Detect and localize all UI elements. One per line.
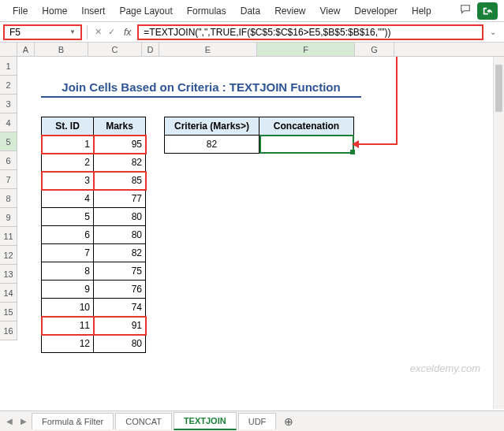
add-sheet-icon[interactable]: ⊕ [278, 415, 300, 428]
concat-result[interactable]: 1,3,11 [259, 136, 354, 154]
ribbon-file[interactable]: File [6, 3, 34, 19]
page-title: Join Cells Based on Criteria : TEXTJOIN … [39, 77, 363, 97]
ribbon-review[interactable]: Review [268, 3, 312, 19]
scrollbar-thumb[interactable] [495, 65, 502, 112]
cell-marks-11[interactable]: 80 [94, 335, 146, 353]
column-headers: ABCDEFG [0, 43, 504, 57]
header-concat: Concatenation [259, 117, 354, 136]
vertical-scrollbar[interactable] [493, 57, 504, 409]
ribbon-insert[interactable]: Insert [75, 3, 111, 19]
chevron-down-icon: ▼ [69, 28, 76, 35]
fx-icon[interactable]: fx [119, 27, 136, 38]
cell-stid-7[interactable]: 8 [42, 262, 94, 281]
cell-marks-3[interactable]: 77 [94, 190, 146, 208]
cell-marks-10[interactable]: 91 [94, 317, 146, 335]
cell-marks-6[interactable]: 82 [94, 244, 146, 262]
cell-stid-8[interactable]: 9 [42, 281, 94, 299]
row-header-14[interactable]: 14 [0, 284, 17, 303]
row-header-3[interactable]: 3 [0, 95, 17, 113]
cell-stid-11[interactable]: 12 [42, 335, 94, 353]
formula-bar: F5 ▼ ✕ ✓ fx =TEXTJOIN(",",TRUE,IF($C$5:$… [0, 22, 504, 43]
cell-marks-2[interactable]: 85 [94, 172, 146, 190]
header-stid: St. ID [42, 117, 94, 136]
cell-stid-6[interactable]: 7 [42, 244, 94, 262]
grid: ABCDEFG 123456789111213141516 Join Cells… [0, 43, 504, 409]
row-header-7[interactable]: 7 [0, 170, 17, 189]
ribbon-data[interactable]: Data [234, 3, 267, 19]
row-header-5[interactable]: 5 [0, 132, 17, 151]
watermark: exceldemy.com [410, 362, 480, 374]
row-header-6[interactable]: 6 [0, 151, 17, 170]
col-header-B[interactable]: B [35, 43, 88, 56]
col-header-D[interactable]: D [142, 43, 159, 56]
row-header-1[interactable]: 1 [0, 57, 17, 76]
ribbon-menu: File Home Insert Page Layout Formulas Da… [0, 0, 504, 22]
row-headers: 123456789111213141516 [0, 57, 17, 340]
name-box[interactable]: F5 ▼ [3, 24, 82, 40]
cell-stid-3[interactable]: 4 [42, 190, 94, 208]
formula-text: =TEXTJOIN(",",TRUE,IF($C$5:$C$16>E5,$B$5… [144, 27, 390, 38]
row-header-9[interactable]: 9 [0, 208, 17, 227]
cell-stid-4[interactable]: 5 [42, 208, 94, 226]
tab-formula-filter[interactable]: Formula & Filter [32, 413, 114, 429]
title-underline [41, 96, 361, 98]
cell-marks-0[interactable]: 95 [94, 136, 146, 154]
ribbon-home[interactable]: Home [35, 3, 73, 19]
comments-icon[interactable] [455, 2, 476, 19]
cancel-icon[interactable]: ✕ [92, 27, 104, 37]
row-header-2[interactable]: 2 [0, 76, 17, 95]
tab-textjoin[interactable]: TEXTJOIN [174, 412, 237, 430]
cell-stid-5[interactable]: 6 [42, 226, 94, 244]
cell-marks-7[interactable]: 75 [94, 262, 146, 281]
cell-stid-0[interactable]: 1 [42, 136, 94, 154]
arrow-connector [396, 57, 398, 144]
tab-concat[interactable]: CONCAT [115, 413, 172, 429]
criteria-value[interactable]: 82 [165, 136, 259, 154]
row-header-8[interactable]: 8 [0, 189, 17, 208]
tab-nav-prev-icon[interactable]: ◀ [3, 417, 16, 425]
cell-stid-9[interactable]: 10 [42, 299, 94, 317]
row-header-15[interactable]: 15 [0, 303, 17, 321]
formula-input[interactable]: =TEXTJOIN(",",TRUE,IF($C$5:$C$16>E5,$B$5… [137, 24, 483, 40]
cell-stid-1[interactable]: 2 [42, 154, 94, 172]
header-criteria: Criteria (Marks>) [165, 117, 259, 136]
ribbon-developer[interactable]: Developer [348, 3, 404, 19]
ribbon-formulas[interactable]: Formulas [181, 3, 233, 19]
expand-chevron-icon[interactable]: ⌄ [485, 28, 501, 36]
cell-marks-5[interactable]: 80 [94, 226, 146, 244]
cell-marks-8[interactable]: 76 [94, 281, 146, 299]
data-table: St. ID Marks 195282385477580680782875976… [41, 117, 146, 353]
row-header-11[interactable]: 11 [0, 227, 17, 246]
row-header-13[interactable]: 13 [0, 265, 17, 284]
header-marks: Marks [94, 117, 146, 136]
col-header-C[interactable]: C [88, 43, 142, 56]
cell-stid-10[interactable]: 11 [42, 317, 94, 335]
ribbon-page-layout[interactable]: Page Layout [113, 3, 178, 19]
share-button[interactable] [477, 2, 498, 20]
row-header-12[interactable]: 12 [0, 246, 17, 265]
ribbon-help[interactable]: Help [405, 3, 438, 19]
divider [87, 25, 88, 39]
row-header-16[interactable]: 16 [0, 321, 17, 340]
col-header-E[interactable]: E [159, 43, 257, 56]
tab-nav-next-icon[interactable]: ▶ [17, 417, 30, 425]
col-header-A[interactable]: A [17, 43, 35, 56]
arrow-connector [358, 143, 398, 145]
ribbon-view[interactable]: View [314, 3, 347, 19]
cell-stid-2[interactable]: 3 [42, 172, 94, 190]
criteria-table: Criteria (Marks>) Concatenation 82 1,3,1… [164, 117, 354, 154]
col-header-F[interactable]: F [257, 43, 355, 56]
arrow-head-icon [352, 140, 359, 148]
cells-area[interactable]: Join Cells Based on Criteria : TEXTJOIN … [17, 57, 504, 409]
col-header-G[interactable]: G [355, 43, 394, 56]
sheet-tabs: ◀ ▶ Formula & Filter CONCAT TEXTJOIN UDF… [0, 411, 504, 431]
tab-udf[interactable]: UDF [238, 413, 277, 429]
enter-icon[interactable]: ✓ [106, 27, 118, 37]
name-box-value: F5 [9, 27, 21, 38]
select-all-corner[interactable] [0, 43, 17, 56]
cell-marks-9[interactable]: 74 [94, 299, 146, 317]
cell-marks-4[interactable]: 80 [94, 208, 146, 226]
cell-marks-1[interactable]: 82 [94, 154, 146, 172]
row-header-4[interactable]: 4 [0, 113, 17, 132]
